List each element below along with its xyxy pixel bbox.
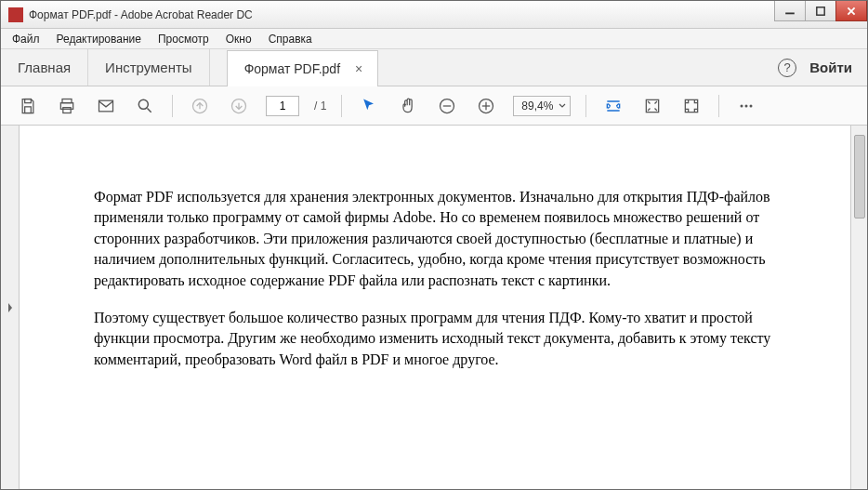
svg-rect-4 — [25, 99, 32, 102]
toolbar-separator — [718, 95, 719, 117]
tab-document-label: Формат PDF.pdf — [244, 61, 340, 76]
titlebar: Формат PDF.pdf - Adobe Acrobat Reader DC — [1, 1, 867, 29]
svg-line-11 — [148, 108, 151, 112]
tab-document[interactable]: Формат PDF.pdf × — [227, 50, 379, 86]
app-window: Формат PDF.pdf - Adobe Acrobat Reader DC… — [0, 0, 868, 490]
maximize-button[interactable] — [805, 1, 836, 21]
pdf-page: Формат PDF используется для хранения эле… — [20, 126, 850, 424]
menubar: Файл Редактирование Просмотр Окно Справк… — [1, 29, 867, 49]
close-button[interactable] — [835, 1, 867, 21]
toolbar-separator — [341, 95, 342, 117]
print-icon[interactable] — [55, 94, 79, 118]
signin-button[interactable]: Войти — [809, 60, 852, 75]
toolbar-separator — [585, 95, 586, 117]
chevron-down-icon — [559, 103, 566, 109]
save-icon[interactable] — [16, 94, 40, 118]
svg-point-23 — [750, 104, 753, 107]
app-icon — [8, 7, 23, 22]
select-tool-icon[interactable] — [357, 94, 381, 118]
svg-rect-8 — [63, 107, 71, 113]
tab-home[interactable]: Главная — [1, 49, 88, 86]
zoom-out-icon[interactable] — [435, 94, 459, 118]
fit-width-icon[interactable] — [601, 94, 625, 118]
scrollbar[interactable] — [850, 126, 867, 489]
menu-window[interactable]: Окно — [218, 31, 259, 47]
minimize-button[interactable] — [774, 1, 806, 21]
svg-rect-5 — [25, 106, 32, 113]
next-page-icon — [227, 94, 251, 118]
scrollbar-thumb[interactable] — [854, 135, 865, 219]
help-icon[interactable]: ? — [778, 59, 796, 77]
svg-rect-9 — [99, 100, 113, 112]
window-title: Формат PDF.pdf - Adobe Acrobat Reader DC — [29, 8, 775, 21]
svg-point-21 — [741, 104, 743, 107]
toolbar: / 1 89,4% — [1, 86, 867, 126]
menu-edit[interactable]: Редактирование — [49, 31, 149, 47]
zoom-value: 89,4% — [521, 99, 553, 113]
email-icon[interactable] — [94, 94, 118, 118]
zoom-dropdown[interactable]: 89,4% — [513, 96, 571, 116]
tab-close-icon[interactable]: × — [353, 60, 364, 78]
svg-rect-6 — [62, 99, 72, 102]
svg-rect-1 — [817, 7, 824, 14]
hand-tool-icon[interactable] — [396, 94, 420, 118]
fit-page-icon[interactable] — [640, 94, 664, 118]
content-area: Формат PDF используется для хранения эле… — [1, 126, 867, 489]
paragraph: Формат PDF используется для хранения эле… — [94, 187, 776, 291]
window-controls — [775, 1, 867, 28]
toolbar-separator — [172, 95, 173, 117]
svg-rect-20 — [686, 99, 698, 112]
tab-tools[interactable]: Инструменты — [88, 49, 210, 86]
prev-page-icon — [188, 94, 212, 118]
svg-point-10 — [138, 99, 148, 109]
zoom-in-icon[interactable] — [474, 94, 498, 118]
page-number-input[interactable] — [266, 96, 299, 116]
menu-file[interactable]: Файл — [5, 31, 47, 47]
tabbar: Главная Инструменты Формат PDF.pdf × ? В… — [1, 49, 867, 86]
tabbar-right: ? Войти — [778, 49, 867, 86]
menu-view[interactable]: Просмотр — [151, 31, 217, 47]
paragraph: Поэтому существует большое количество ра… — [94, 308, 776, 370]
menu-help[interactable]: Справка — [261, 31, 320, 47]
document-viewport[interactable]: Формат PDF используется для хранения эле… — [20, 126, 850, 489]
left-panel-toggle[interactable] — [1, 126, 20, 489]
search-icon[interactable] — [133, 94, 157, 118]
svg-point-22 — [745, 104, 748, 107]
more-tools-icon[interactable] — [734, 94, 758, 118]
fullscreen-icon[interactable] — [679, 94, 704, 118]
page-total: / 1 — [314, 99, 326, 113]
